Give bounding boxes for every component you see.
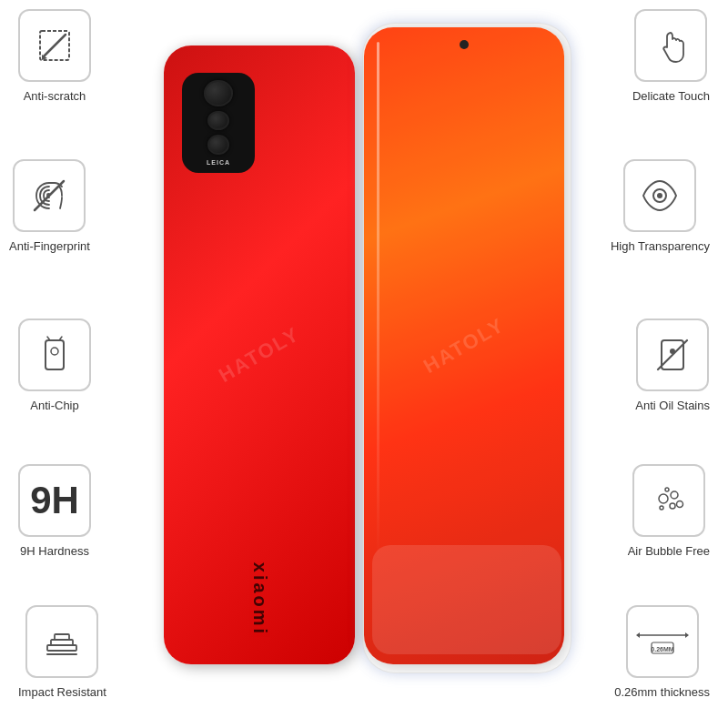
feature-anti-chip: Anti-Chip	[18, 318, 91, 412]
svg-point-19	[670, 503, 675, 509]
svg-rect-8	[47, 645, 76, 651]
thickness-icon-box: 0.26MM	[626, 605, 699, 678]
feature-thickness: 0.26MM 0.26mm thickness	[614, 605, 710, 699]
anti-fp-label: Anti-Fingerprint	[9, 239, 90, 253]
9h-icon-box: 9H	[18, 464, 91, 537]
feature-9h-hardness: 9H 9H Hardness	[18, 464, 91, 558]
high-trans-icon-box	[623, 159, 696, 232]
main-container: Anti-scratch Anti-Fingerprint	[0, 0, 728, 728]
camera-module: LEICA	[182, 73, 255, 173]
feature-anti-oil: Anti Oil Stains	[635, 318, 710, 412]
svg-point-18	[671, 491, 678, 499]
camera-lens-1	[204, 80, 233, 106]
eye-icon	[638, 174, 682, 217]
thickness-svg-icon: 0.26MM	[635, 626, 690, 658]
anti-scratch-label: Anti-scratch	[24, 89, 86, 103]
fingerprint-icon	[27, 174, 71, 217]
touch-icon	[649, 24, 693, 67]
feature-air-bubble-free: Air Bubble Free	[628, 464, 710, 558]
svg-point-7	[51, 348, 58, 355]
anti-scratch-icon-box	[18, 9, 91, 82]
svg-point-20	[660, 506, 663, 510]
impact-label: Impact Resistant	[18, 685, 106, 699]
phone-back: LEICA xiaomi	[164, 46, 355, 664]
svg-line-1	[44, 35, 66, 56]
svg-point-13	[657, 193, 662, 198]
feature-impact-resistant: Impact Resistant	[18, 605, 106, 699]
air-bubble-label: Air Bubble Free	[628, 544, 710, 558]
oil-icon	[651, 333, 694, 377]
svg-marker-25	[685, 632, 689, 638]
thickness-label: 0.26mm thickness	[614, 685, 710, 699]
svg-text:0.26MM: 0.26MM	[651, 646, 673, 652]
camera-lens-3	[207, 135, 229, 155]
phone-area: LEICA xiaomi	[164, 18, 564, 710]
feature-delicate-touch: Delicate Touch	[632, 9, 710, 103]
high-trans-label: High Transparency	[611, 239, 710, 253]
svg-rect-9	[51, 640, 73, 645]
leica-label: LEICA	[207, 159, 230, 166]
svg-point-21	[676, 501, 682, 508]
anti-chip-label: Anti-Chip	[30, 399, 78, 412]
delicate-touch-icon-box	[634, 9, 707, 82]
impact-icon	[40, 620, 84, 663]
bubble-icon	[647, 479, 691, 522]
feature-anti-fingerprint: Anti-Fingerprint	[9, 159, 90, 253]
9h-text: 9H	[30, 481, 79, 520]
chip-icon	[33, 333, 76, 377]
air-bubble-icon-box	[632, 464, 705, 537]
feature-anti-scratch: Anti-scratch	[18, 9, 91, 103]
anti-fp-icon-box	[13, 159, 86, 232]
feature-high-transparency: High Transparency	[611, 159, 710, 253]
anti-oil-label: Anti Oil Stains	[635, 399, 710, 412]
impact-icon-box	[25, 605, 98, 678]
9h-label: 9H Hardness	[20, 544, 89, 558]
camera-lens-2	[207, 111, 229, 131]
svg-line-3	[35, 181, 64, 210]
scratch-icon	[33, 24, 76, 67]
phone-brand-label: xiaomi	[249, 562, 270, 636]
anti-chip-icon-box	[18, 318, 91, 391]
svg-rect-10	[55, 634, 69, 640]
delicate-touch-label: Delicate Touch	[632, 89, 710, 103]
glass-reflection	[377, 42, 379, 561]
svg-point-22	[665, 488, 669, 491]
svg-marker-24	[636, 632, 640, 638]
anti-oil-icon-box	[636, 318, 709, 391]
svg-point-17	[659, 494, 668, 503]
glass-protector	[362, 23, 571, 673]
